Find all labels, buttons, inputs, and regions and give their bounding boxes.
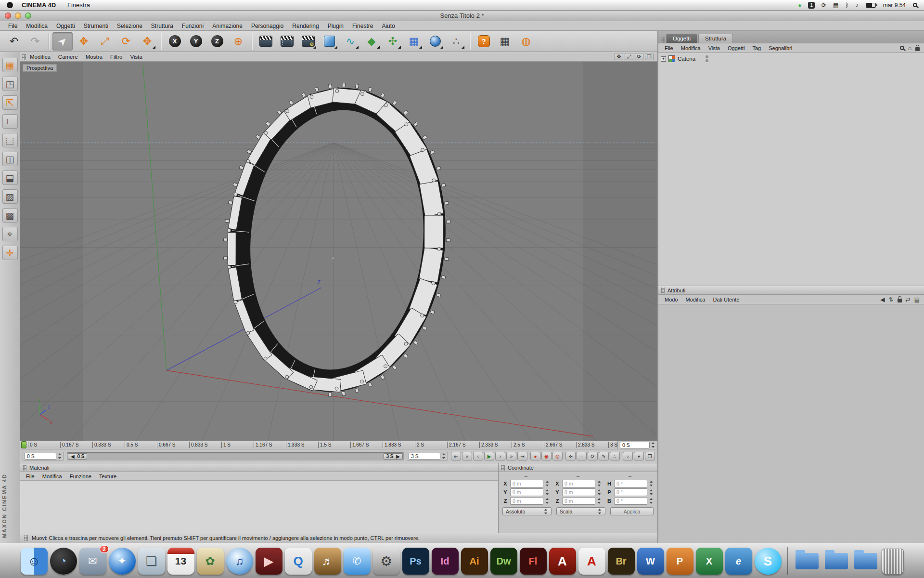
render-region-button[interactable] — [277, 32, 297, 51]
last-used-tool[interactable]: ✥ — [137, 32, 157, 51]
coord-stepper[interactable] — [649, 481, 654, 486]
workplane-mode-button[interactable]: ∟ — [2, 114, 18, 129]
lock-x-axis-button[interactable]: X — [165, 32, 185, 51]
snap-mode-button[interactable]: ⌖ — [2, 227, 18, 241]
menu-modifica[interactable]: Modifica — [22, 22, 52, 30]
points-mode-button[interactable]: ⬚ — [2, 133, 18, 147]
green-status-icon[interactable]: ● — [798, 2, 801, 9]
time-machine-icon[interactable]: ⟳ — [821, 2, 826, 9]
keyboard-icon[interactable]: ▦ — [833, 2, 838, 9]
materials-panel-header[interactable]: Materiali — [20, 463, 498, 472]
menu-rendering[interactable]: Rendering — [288, 22, 323, 30]
prev-frame-button[interactable]: ‹ — [473, 452, 483, 460]
autokey-button[interactable]: ◉ — [541, 452, 552, 460]
system-preferences[interactable]: ⚙ — [373, 548, 400, 575]
menu-selezione[interactable]: Selezione — [113, 22, 147, 30]
detach-panel-button[interactable]: ❒ — [645, 452, 655, 460]
tab-oggetti[interactable]: Oggetti — [666, 34, 697, 43]
object-manager-menu-file[interactable]: File — [661, 45, 677, 52]
help-button[interactable]: ? — [474, 32, 494, 51]
viewport-menu-filtro[interactable]: Filtro — [106, 53, 127, 60]
next-key-button[interactable]: » — [506, 452, 516, 460]
render-settings-button[interactable] — [298, 32, 318, 51]
panel-grip[interactable] — [22, 54, 26, 60]
viewport-pan-icon[interactable]: ✥ — [615, 53, 623, 60]
stepper-icon[interactable]: ⇅ — [889, 296, 894, 303]
move-tool[interactable]: ✥ — [74, 32, 94, 51]
axis-toggle-button[interactable]: ✛ — [2, 246, 18, 260]
menu-struttura[interactable]: Struttura — [147, 22, 178, 30]
coord-stepper[interactable] — [597, 489, 602, 495]
key-parameter-toggle[interactable]: ✎ — [599, 452, 609, 460]
coord-stepper[interactable] — [545, 489, 550, 495]
panel-grip[interactable] — [23, 465, 26, 471]
key-scale-toggle[interactable]: ▫ — [577, 452, 587, 460]
viewport-menu-vista[interactable]: Vista — [126, 53, 146, 60]
range-end-handle[interactable]: 3 S ▶ — [384, 453, 403, 460]
current-frame-field[interactable]: 0 S — [620, 442, 650, 448]
frame-field-stepper[interactable] — [58, 453, 62, 459]
attributes-menu-modo[interactable]: Modo — [661, 296, 682, 303]
materials-menu-funzione[interactable]: Funzione — [66, 473, 95, 480]
reader[interactable]: A — [578, 548, 605, 575]
entourage[interactable]: e — [725, 548, 752, 575]
attributes-menu-modifica[interactable]: Modifica — [682, 296, 709, 303]
frame-field[interactable]: 0 S — [25, 453, 56, 460]
finder[interactable]: ☺ — [21, 548, 48, 575]
texture-mode-button[interactable]: ▨ — [2, 189, 18, 204]
panel-grip[interactable] — [24, 535, 28, 541]
content-browser-button[interactable]: ◍ — [516, 32, 536, 51]
attributes-panel-header[interactable]: Attributi — [658, 286, 924, 295]
add-deformer-button[interactable]: ▦ — [404, 32, 424, 51]
macos-menu-finestra[interactable]: Finestra — [63, 1, 95, 9]
key-pla-toggle[interactable]: ∴ — [610, 452, 620, 460]
preview[interactable]: ❏ — [138, 548, 165, 575]
3d-scene[interactable]: ZYZX — [20, 62, 657, 441]
record-options-button[interactable]: ◎ — [552, 452, 563, 460]
materials-list[interactable] — [20, 481, 498, 533]
dreamweaver[interactable]: Dw — [490, 548, 517, 575]
coord-field-rotation-p[interactable]: 0 ° — [614, 488, 647, 496]
undo-button[interactable]: ↶ — [4, 32, 24, 51]
menubar-clock[interactable]: mar 9.54 — [883, 2, 906, 9]
panel-grip[interactable] — [661, 288, 665, 293]
menu-finestre[interactable]: Finestre — [348, 22, 377, 30]
viewport-menu-modifica[interactable]: Modifica — [26, 53, 54, 60]
coord-stepper[interactable] — [545, 498, 550, 504]
powerpoint[interactable]: P — [667, 548, 693, 575]
itunes[interactable]: ♫ — [226, 548, 253, 575]
acrobat[interactable]: A — [549, 548, 576, 575]
add-particles-button[interactable]: ∴ — [446, 32, 466, 51]
goto-end-button[interactable]: ⇥ — [517, 452, 527, 460]
ichat[interactable]: ✆ — [344, 548, 371, 575]
key-position-toggle[interactable]: ✛ — [565, 452, 576, 460]
add-primitive-button[interactable] — [319, 32, 339, 51]
coord-mode-dropdown[interactable]: Assoluto — [502, 507, 552, 515]
ical[interactable]: 13 — [167, 548, 194, 575]
sound-toggle-button[interactable]: ♪ — [623, 452, 633, 460]
folder-downloads[interactable] — [852, 548, 879, 575]
coord-field-position-x[interactable]: 0 m — [510, 480, 543, 487]
viewport-toggle-icon[interactable]: ❒ — [645, 53, 654, 60]
safari[interactable]: ✦ — [109, 548, 136, 575]
range-end-field[interactable]: 3 S — [409, 453, 440, 460]
rotate-tool[interactable]: ⟳ — [116, 32, 136, 51]
bridge[interactable]: Br — [608, 548, 635, 575]
uv-mode-button[interactable]: ▩ — [2, 208, 18, 223]
garageband[interactable]: ♬ — [314, 548, 341, 575]
scale-tool[interactable]: ⤢ — [95, 32, 115, 51]
volume-icon[interactable]: ♪ — [856, 2, 859, 9]
coordinates-panel-header[interactable]: Coordinate — [499, 463, 657, 472]
attributes-menu-dati-utente[interactable]: Dati Utente — [709, 296, 744, 303]
prev-key-button[interactable]: « — [462, 452, 472, 460]
lock-icon[interactable] — [898, 299, 902, 302]
playback-options-button[interactable]: ▾ — [634, 452, 644, 460]
macos-app-name[interactable]: CINEMA 4D — [22, 1, 56, 9]
make-editable-button[interactable]: ▦ — [2, 58, 18, 72]
redo-button[interactable]: ↷ — [25, 32, 45, 51]
lock-icon[interactable] — [915, 47, 920, 51]
back-arrow-icon[interactable]: ◀ — [880, 296, 885, 303]
coord-field-rotation-h[interactable]: 0 ° — [614, 480, 647, 487]
bluetooth-icon[interactable]: ᛒ — [845, 2, 848, 9]
dvd-player[interactable]: ▶ — [256, 548, 282, 575]
